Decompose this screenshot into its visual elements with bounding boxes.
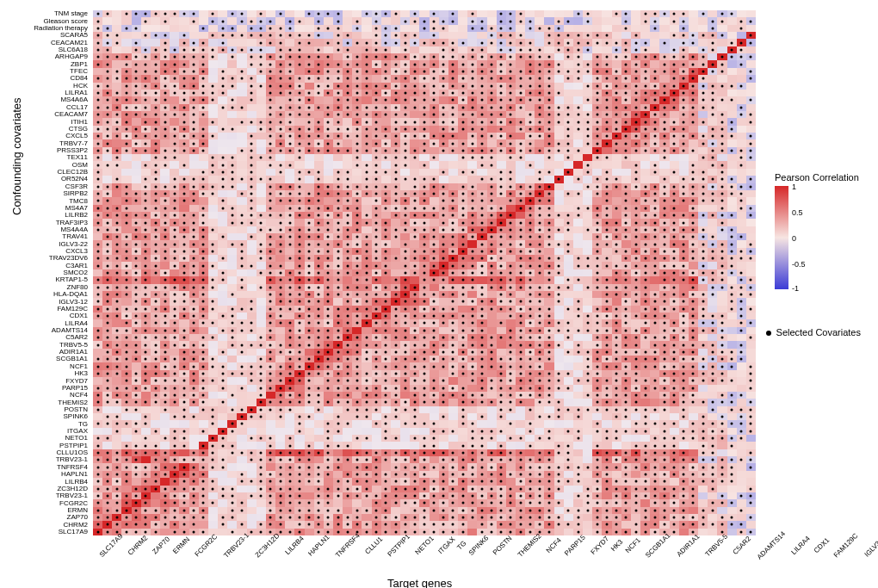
heatmap-cell xyxy=(458,104,467,111)
heatmap-cell xyxy=(640,147,650,154)
heatmap-cell xyxy=(343,428,352,435)
heatmap-cell xyxy=(544,32,553,39)
heatmap-cell xyxy=(554,276,564,283)
heatmap-cell xyxy=(439,514,448,521)
heatmap-cell xyxy=(689,370,698,377)
heatmap-cell xyxy=(698,219,708,226)
heatmap-cell xyxy=(439,169,448,176)
heatmap-cell xyxy=(419,298,429,305)
heatmap-cell xyxy=(419,319,429,326)
heatmap-cell xyxy=(121,313,131,319)
heatmap-cell xyxy=(708,362,717,369)
heatmap-cell xyxy=(419,313,429,319)
heatmap-cell xyxy=(391,463,400,470)
heatmap-cell xyxy=(93,190,102,197)
heatmap-cell xyxy=(746,362,756,369)
heatmap-cell xyxy=(227,356,237,362)
heatmap-cell xyxy=(179,118,189,125)
heatmap-cell xyxy=(112,420,121,427)
heatmap-cell xyxy=(324,205,333,212)
heatmap-cell xyxy=(410,233,419,240)
heatmap-cell xyxy=(400,298,410,305)
heatmap-cell xyxy=(324,413,333,420)
heatmap-cell xyxy=(419,219,429,226)
heatmap-cell xyxy=(189,471,199,478)
heatmap-cell xyxy=(439,68,448,75)
heatmap-cell xyxy=(640,104,650,111)
heatmap-cell xyxy=(477,291,486,298)
heatmap-cell xyxy=(430,362,439,369)
heatmap-cell xyxy=(93,90,102,96)
heatmap-cell xyxy=(506,176,516,183)
heatmap-cell xyxy=(179,456,189,463)
heatmap-cell xyxy=(564,319,573,326)
heatmap-cell xyxy=(737,104,746,111)
heatmap-cell xyxy=(554,334,564,341)
heatmap-cell xyxy=(112,413,121,420)
heatmap-cell xyxy=(93,53,102,60)
heatmap-cell xyxy=(170,521,179,528)
heatmap-cell xyxy=(199,197,208,204)
heatmap-cell xyxy=(430,385,439,392)
heatmap-cell xyxy=(592,486,602,492)
heatmap-cell xyxy=(333,362,343,369)
heatmap-cell xyxy=(314,161,324,168)
heatmap-cell xyxy=(602,284,611,291)
heatmap-cell xyxy=(189,463,199,470)
heatmap-cell xyxy=(640,442,650,449)
heatmap-cell xyxy=(314,169,324,176)
heatmap-cell xyxy=(121,212,131,219)
heatmap-cell xyxy=(324,75,333,82)
heatmap-cell xyxy=(141,356,151,362)
heatmap-cell xyxy=(430,32,439,39)
heatmap-cell xyxy=(737,75,746,82)
heatmap-cell xyxy=(737,212,746,219)
heatmap-cell xyxy=(285,313,294,319)
heatmap-cell xyxy=(708,118,717,125)
heatmap-cell xyxy=(285,39,294,46)
heatmap-cell xyxy=(179,197,189,204)
heatmap-cell xyxy=(400,385,410,392)
heatmap-cell xyxy=(698,306,708,313)
heatmap-cell xyxy=(430,219,439,226)
heatmap-cell xyxy=(208,248,218,255)
heatmap-cell xyxy=(708,46,717,53)
heatmap-cell xyxy=(516,385,525,392)
heatmap-cell xyxy=(352,147,362,154)
heatmap-cell xyxy=(112,349,121,356)
heatmap-cell xyxy=(583,327,592,334)
heatmap-cell xyxy=(121,486,131,492)
heatmap-cell xyxy=(324,25,333,32)
heatmap-cell xyxy=(237,269,246,276)
heatmap-cell xyxy=(112,471,121,478)
heatmap-cell xyxy=(717,147,727,154)
heatmap-cell xyxy=(497,75,506,82)
heatmap-cell xyxy=(294,449,304,456)
heatmap-cell xyxy=(564,529,573,535)
heatmap-cell xyxy=(237,385,246,392)
heatmap-cell xyxy=(179,385,189,392)
heatmap-cell xyxy=(419,377,429,384)
heatmap-cell xyxy=(573,486,583,492)
heatmap-cell xyxy=(439,139,448,146)
heatmap-cell xyxy=(612,377,621,384)
heatmap-cell xyxy=(650,46,659,53)
heatmap-cell xyxy=(179,507,189,514)
heatmap-cell xyxy=(612,269,621,276)
heatmap-cell xyxy=(554,190,564,197)
heatmap-cell xyxy=(487,111,497,118)
heatmap-cell xyxy=(670,205,679,212)
heatmap-cell xyxy=(112,428,121,435)
heatmap-cell xyxy=(516,118,525,125)
heatmap-cell xyxy=(141,25,151,32)
heatmap-cell xyxy=(516,306,525,313)
heatmap-cell xyxy=(516,471,525,478)
heatmap-cell xyxy=(266,118,275,125)
heatmap-cell xyxy=(554,442,564,449)
heatmap-cell xyxy=(439,32,448,39)
heatmap-cell xyxy=(112,226,121,233)
heatmap-cell xyxy=(391,205,400,212)
heatmap-cell xyxy=(257,478,266,485)
heatmap-cell xyxy=(477,298,486,305)
heatmap-cell xyxy=(141,219,151,226)
